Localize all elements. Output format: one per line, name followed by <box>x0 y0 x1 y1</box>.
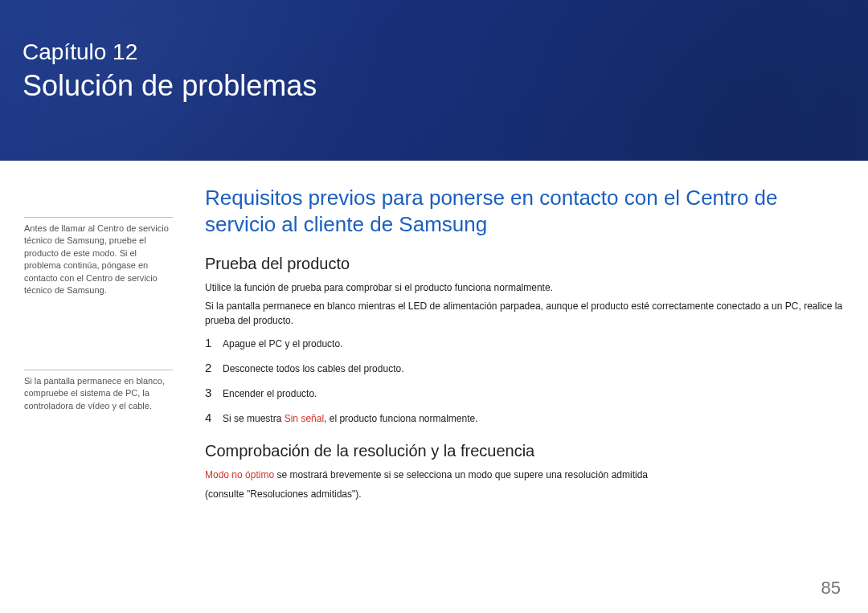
sidebar-note-2: Si la pantalla permanece en blanco, comp… <box>24 370 173 412</box>
steps-list: 1 Apague el PC y el producto. 2 Desconec… <box>205 336 848 424</box>
step-number: 1 <box>205 336 223 349</box>
step-number: 4 <box>205 411 223 424</box>
chapter-banner: Capítulo 12 Solución de problemas <box>0 0 868 161</box>
page-content: Antes de llamar al Centro de servicio té… <box>0 161 868 501</box>
step4-highlight: Sin señal <box>285 413 324 424</box>
resolution-highlight: Modo no óptimo <box>205 469 274 480</box>
step-text: Desconecte todos los cables del producto… <box>223 363 403 374</box>
step-row: 4 Si se muestra Sin señal, el producto f… <box>205 411 848 424</box>
step4-prefix: Si se muestra <box>223 413 285 424</box>
heading-resolution-check: Comprobación de la resolución y la frecu… <box>205 442 848 460</box>
step-row: 3 Encender el producto. <box>205 386 848 399</box>
resolution-p1: Modo no óptimo se mostrará brevemente si… <box>205 468 848 482</box>
product-test-p1: Utilice la función de prueba para compro… <box>205 281 848 295</box>
chapter-label: Capítulo 12 <box>23 39 868 66</box>
step-row: 2 Desconecte todos los cables del produc… <box>205 361 848 374</box>
resolution-p1-rest: se mostrará brevemente si se selecciona … <box>274 469 648 480</box>
sidebar-note-1: Antes de llamar al Centro de servicio té… <box>24 217 173 296</box>
main-column: Requisitos previos para ponerse en conta… <box>205 185 848 501</box>
chapter-title: Solución de problemas <box>23 69 868 102</box>
step-number: 2 <box>205 361 223 374</box>
step-number: 3 <box>205 386 223 399</box>
step-text: Encender el producto. <box>223 388 317 399</box>
step-text: Apague el PC y el producto. <box>223 338 342 349</box>
section-title: Requisitos previos para ponerse en conta… <box>205 185 848 237</box>
step-text: Si se muestra Sin señal, el producto fun… <box>223 413 478 424</box>
product-test-p2: Si la pantalla permanece en blanco mient… <box>205 300 848 328</box>
heading-product-test: Prueba del producto <box>205 255 848 273</box>
page-number: 85 <box>821 578 841 599</box>
resolution-p2: (consulte "Resoluciones admitidas"). <box>205 488 848 501</box>
step4-suffix: , el producto funciona normalmente. <box>324 413 477 424</box>
step-row: 1 Apague el PC y el producto. <box>205 336 848 349</box>
